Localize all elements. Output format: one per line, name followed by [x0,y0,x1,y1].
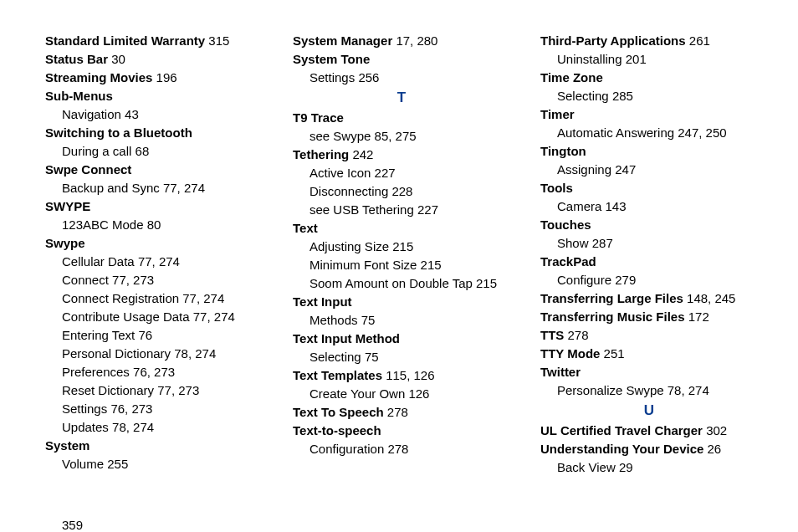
index-subentry-label: 123ABC Mode [62,217,144,232]
index-subentry: Updates 78, 274 [45,418,263,437]
index-section-letter: U [540,402,758,420]
index-subentry-label: see USB Tethering [309,202,414,217]
index-heading-label: Text Input Method [293,331,400,345]
index-subentry: Create Your Own 126 [293,385,510,403]
index-heading-label: Third-Party Applications [540,33,686,48]
index-subentry: Contribute Usage Data 77, 274 [45,308,263,326]
index-subentry-label: Disconnecting [309,184,388,198]
index-page-ref: 201 [626,52,647,66]
index-subentry-label: Automatic Answering [557,125,674,140]
index-heading: Swpe Connect [45,161,263,179]
index-heading: Standard Limited Warranty 315 [45,32,263,50]
index-subentry: Connect Registration 77, 274 [45,289,263,308]
index-heading-label: SWYPE [45,199,90,213]
index-heading-label: Text Input [293,294,352,309]
page-number: 359 [45,518,758,532]
index-subentry-label: Camera [557,199,601,213]
index-subentry-label: Reset Dictionary [62,383,154,397]
index-subentry-label: see Swype [309,129,371,143]
index-heading: System [45,437,263,455]
index-column-3: Third-Party Applications 261Uninstalling… [540,32,758,508]
index-page-ref: 68 [136,144,150,158]
index-heading: Text Templates 115, 126 [293,366,510,385]
index-subentry: Assigning 247 [540,161,758,179]
index-heading-label: Swype [45,236,85,250]
index-subentry: Adjusting Size 215 [293,238,510,256]
index-page-ref: 148, 245 [687,291,735,305]
index-subentry: Configure 279 [540,271,758,289]
index-subentry-label: Entering Text [62,328,135,342]
index-page-ref: 287 [592,236,613,250]
index-subentry-label: Contribute Usage Data [62,309,190,324]
index-page-ref: 278 [387,405,408,419]
index-page-ref: 78, 274 [174,346,216,361]
index-page-ref: 196 [156,70,177,84]
index-page-ref: 247 [615,162,636,176]
index-columns: Standard Limited Warranty 315Status Bar … [45,32,758,508]
index-heading-label: T9 Trace [293,110,344,125]
index-heading: Tools [540,179,758,197]
index-subentry-label: Back View [557,460,616,474]
index-heading: Switching to a Bluetooth [45,124,263,142]
index-subentry-label: Soom Amount on Double Tap [309,276,473,290]
index-subentry-label: Connect [62,273,109,287]
index-subentry-label: Uninstalling [557,52,622,66]
index-heading-label: Transferring Music Files [540,309,685,324]
index-subentry: Settings 256 [293,69,510,87]
index-subentry: Back View 29 [540,458,758,477]
index-subentry-label: Minimum Font Size [309,258,417,272]
index-subentry-label: Selecting [309,350,361,364]
index-heading-label: Streaming Movies [45,70,152,84]
index-section-letter: T [293,89,510,107]
index-subentry: Reset Dictionary 77, 273 [45,381,263,400]
index-heading: Text [293,219,510,238]
index-heading: Tethering 242 [293,146,510,164]
index-page-ref: 76, 273 [110,402,152,416]
index-heading-label: Text [293,221,318,235]
index-subentry-label: During a call [62,144,131,158]
index-page-ref: 78, 274 [112,420,154,434]
index-subentry-label: Preferences [62,365,130,379]
index-heading: System Manager 17, 280 [293,32,510,50]
index-subentry-label: Settings [62,402,107,416]
index-heading: Text To Speech 278 [293,403,510,422]
index-heading-label: Twitter [540,365,581,379]
index-subentry-label: Personalize Swype [557,383,664,397]
index-page-ref: 26 [708,442,722,456]
index-page-ref: 242 [352,147,373,161]
index-column-1: Standard Limited Warranty 315Status Bar … [45,32,263,508]
index-page-ref: 30 [111,52,125,66]
index-heading: Third-Party Applications 261 [540,32,758,50]
index-page-ref: 143 [606,199,627,213]
index-heading: Transferring Music Files 172 [540,308,758,326]
index-heading-label: UL Certified Travel Charger [540,423,703,437]
index-subentry: Camera 143 [540,197,758,216]
index-column-2: System Manager 17, 280System ToneSetting… [293,32,510,508]
index-subentry-label: Cellular Data [62,254,135,269]
index-heading: Tington [540,142,758,161]
index-page-ref: 75 [361,313,376,327]
index-heading-label: TTS [540,328,564,342]
index-page-ref: 256 [358,70,379,84]
index-page-ref: 77, 274 [163,181,205,195]
index-heading: Text-to-speech [293,422,510,440]
section-letter-text: U [644,402,654,418]
index-heading: TTY Mode 251 [540,345,758,363]
index-heading: Text Input [293,293,510,311]
index-page-ref: 77, 274 [182,291,224,305]
index-subentry-label: Backup and Sync [62,181,160,195]
section-letter-text: T [397,90,406,105]
index-heading-label: Status Bar [45,52,108,66]
index-heading: Understanding Your Device 26 [540,440,758,458]
index-heading: Swype [45,234,263,253]
index-page-ref: 76, 273 [133,365,175,379]
index-heading: UL Certified Travel Charger 302 [540,422,758,440]
index-heading-label: Swpe Connect [45,162,131,176]
index-heading-label: System Manager [293,33,392,48]
index-subentry-label: Volume [62,457,104,471]
index-heading: Touches [540,216,758,234]
index-heading-label: Time Zone [540,70,603,84]
index-subentry-label: Updates [62,420,109,434]
index-heading-label: TrackPad [540,254,596,269]
index-subentry: Backup and Sync 77, 274 [45,179,263,197]
